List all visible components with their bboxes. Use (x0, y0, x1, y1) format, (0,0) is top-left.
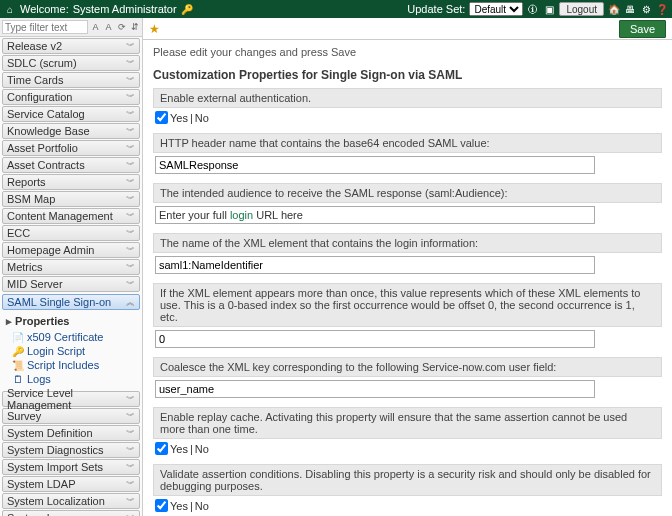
assertion-conditions-checkbox[interactable] (155, 499, 168, 512)
chevron-down-icon: ︾ (126, 410, 135, 423)
nav-item[interactable]: Content Management︾ (2, 208, 140, 224)
nav-item-label: System Import Sets (7, 461, 103, 473)
nav-item-label: Service Level Management (7, 387, 126, 411)
chevron-down-icon: ︾ (126, 478, 135, 491)
nav-item[interactable]: Homepage Admin︾ (2, 242, 140, 258)
save-button-top[interactable]: Save (619, 20, 666, 38)
nav-item[interactable]: SDLC (scrum)︾ (2, 55, 140, 71)
nav-item[interactable]: System Localization︾ (2, 493, 140, 509)
nav-item-label: Time Cards (7, 74, 63, 86)
nav-item-label: System Logs (7, 512, 71, 516)
nav-item[interactable]: System Definition︾ (2, 425, 140, 441)
nav-sub-item[interactable]: 🗒Logs (6, 372, 136, 386)
chevron-down-icon: ︾ (126, 57, 135, 70)
update-set-view-icon[interactable]: 🛈 (527, 3, 539, 15)
prop-label: The name of the XML element that contain… (153, 233, 662, 253)
nav-item[interactable]: Asset Contracts︾ (2, 157, 140, 173)
enable-external-auth-checkbox[interactable] (155, 111, 168, 124)
chevron-down-icon: ︾ (126, 108, 135, 121)
font-smaller-icon[interactable]: A (90, 22, 101, 33)
nav-item[interactable]: MID Server︾ (2, 276, 140, 292)
help-icon[interactable]: ❓ (656, 3, 668, 15)
chevron-down-icon: ︾ (126, 91, 135, 104)
content-header: ★ Save (143, 18, 672, 40)
audience-input[interactable]: Enter your full login URL here (155, 206, 595, 224)
nav-item[interactable]: System Diagnostics︾ (2, 442, 140, 458)
nav-item-label: Asset Portfolio (7, 142, 78, 154)
nav-sub-item[interactable]: 📄x509 Certificate (6, 330, 136, 344)
nav-item-label: Metrics (7, 261, 42, 273)
nav-item-label: Knowledge Base (7, 125, 90, 137)
welcome-username: System Administrator (73, 3, 177, 15)
nav-item[interactable]: Reports︾ (2, 174, 140, 190)
chevron-down-icon: ︾ (126, 427, 135, 440)
chevron-down-icon: ︾ (126, 461, 135, 474)
print-icon[interactable]: 🖶 (624, 3, 636, 15)
form-title: Customization Properties for Single Sign… (153, 68, 662, 82)
nav-item[interactable]: System LDAP︾ (2, 476, 140, 492)
prop-label: Coalesce the XML key corresponding to th… (153, 357, 662, 377)
chevron-down-icon: ︾ (126, 244, 135, 257)
nav-item[interactable]: Release v2︾ (2, 38, 140, 54)
prop-label: The intended audience to receive the SAM… (153, 183, 662, 203)
key-icon[interactable]: 🔑 (181, 3, 193, 15)
nav-sub-item-label: Script Includes (27, 359, 99, 371)
xml-index-input[interactable] (155, 330, 595, 348)
coalesce-field-input[interactable] (155, 380, 595, 398)
nav-sub-item-label: Login Script (27, 345, 85, 357)
nav-item-label: BSM Map (7, 193, 55, 205)
home2-icon[interactable]: 🏠 (608, 3, 620, 15)
nav-item[interactable]: Service Catalog︾ (2, 106, 140, 122)
content-body: Please edit your changes and press Save … (143, 40, 672, 516)
home-icon[interactable]: ⌂ (4, 3, 16, 15)
chevron-down-icon: ︾ (126, 261, 135, 274)
refresh-icon[interactable]: ⟳ (116, 22, 127, 33)
nav-item[interactable]: BSM Map︾ (2, 191, 140, 207)
nav-item-label: Asset Contracts (7, 159, 85, 171)
chevron-down-icon: ︾ (126, 142, 135, 155)
update-set-new-icon[interactable]: ▣ (543, 3, 555, 15)
login-link[interactable]: login (230, 209, 253, 221)
nav-item[interactable]: Configuration︾ (2, 89, 140, 105)
nav-sub-item[interactable]: 🔑Login Script (6, 344, 136, 358)
nav-item-label: System Diagnostics (7, 444, 104, 456)
nav-item-label: SDLC (scrum) (7, 57, 77, 69)
nav-item[interactable]: Metrics︾ (2, 259, 140, 275)
update-set-select[interactable]: Default (469, 2, 523, 16)
nav-filter-input[interactable] (2, 20, 88, 34)
nav-item[interactable]: Service Level Management︾ (2, 391, 140, 407)
gear-icon[interactable]: ⚙ (640, 3, 652, 15)
logout-button[interactable]: Logout (559, 2, 604, 16)
font-larger-icon[interactable]: A (103, 22, 114, 33)
certificate-icon: 📄 (12, 332, 23, 343)
star-icon[interactable]: ★ (149, 22, 160, 36)
chevron-down-icon: ︾ (126, 74, 135, 87)
chevron-down-icon: ︾ (126, 393, 135, 406)
script-icon: 📜 (12, 360, 23, 371)
chevron-down-icon: ︾ (126, 210, 135, 223)
nav-item[interactable]: Time Cards︾ (2, 72, 140, 88)
chevron-down-icon: ︾ (126, 444, 135, 457)
nav-item[interactable]: Knowledge Base︾ (2, 123, 140, 139)
nav-item[interactable]: System Import Sets︾ (2, 459, 140, 475)
chevron-up-icon: ︽ (126, 296, 135, 309)
nav-sub-item-label: Logs (27, 373, 51, 385)
nav-item-saml-sso[interactable]: SAML Single Sign-on ︽ (2, 294, 140, 310)
nav-sub-item[interactable]: 📜Script Includes (6, 358, 136, 372)
http-header-input[interactable] (155, 156, 595, 174)
content: ★ Save Please edit your changes and pres… (143, 18, 672, 516)
nav-item[interactable]: ECC︾ (2, 225, 140, 241)
nav-item-label: Content Management (7, 210, 113, 222)
replay-cache-checkbox[interactable] (155, 442, 168, 455)
xml-element-input[interactable] (155, 256, 595, 274)
chevron-down-icon: ︾ (126, 159, 135, 172)
prop-label: HTTP header name that contains the base6… (153, 133, 662, 153)
collapse-all-icon[interactable]: ⇵ (129, 22, 140, 33)
nav-item[interactable]: System Logs︾ (2, 510, 140, 516)
chevron-down-icon: ︾ (126, 227, 135, 240)
nav-item[interactable]: Asset Portfolio︾ (2, 140, 140, 156)
chevron-down-icon: ︾ (126, 40, 135, 53)
banner-left: ⌂ Welcome: System Administrator 🔑 (4, 3, 407, 15)
banner-right: Update Set: Default 🛈 ▣ Logout 🏠 🖶 ⚙ ❓ (407, 2, 668, 16)
nav-item-label: Homepage Admin (7, 244, 94, 256)
